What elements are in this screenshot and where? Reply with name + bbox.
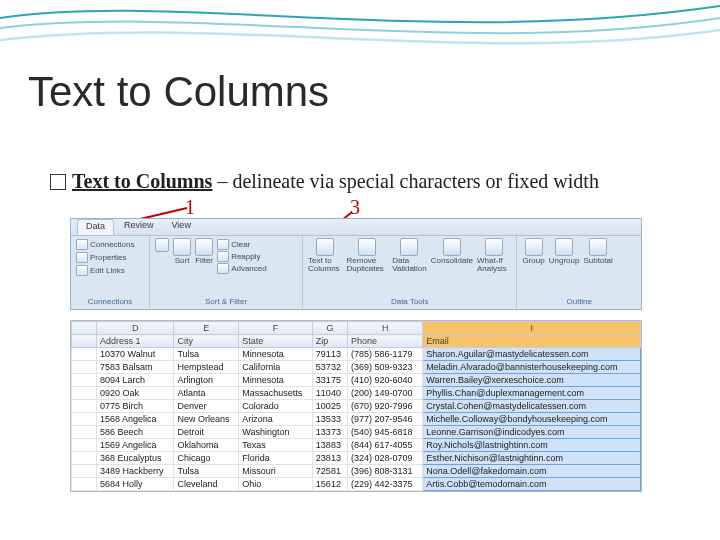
- row-num[interactable]: [72, 374, 97, 387]
- cell[interactable]: (396) 808-3131: [348, 465, 423, 478]
- cell[interactable]: Phyllis.Chan@duplexmanagement.com: [423, 387, 641, 400]
- col-E[interactable]: E: [174, 322, 239, 335]
- cell[interactable]: 13373: [312, 426, 347, 439]
- cell[interactable]: 368 Eucalyptus: [97, 452, 174, 465]
- col-G[interactable]: G: [312, 322, 347, 335]
- cell[interactable]: 13533: [312, 413, 347, 426]
- row-num[interactable]: [72, 348, 97, 361]
- cell[interactable]: Cleveland: [174, 478, 239, 491]
- cell[interactable]: (229) 442-3375: [348, 478, 423, 491]
- cell[interactable]: Sharon.Aguilar@mastydelicatessen.com: [423, 348, 641, 361]
- cell[interactable]: 586 Beech: [97, 426, 174, 439]
- tab-review[interactable]: Review: [116, 219, 162, 235]
- cell[interactable]: (369) 509-9323: [348, 361, 423, 374]
- row-num[interactable]: [72, 465, 97, 478]
- btn-ungroup[interactable]: Ungroup: [549, 238, 580, 265]
- cell[interactable]: Crystal.Cohen@mastydelicatessen.com: [423, 400, 641, 413]
- btn-sort[interactable]: Sort: [173, 238, 191, 265]
- btn-text-to-columns[interactable]: Text to Columns: [308, 238, 342, 273]
- cell[interactable]: 8094 Larch: [97, 374, 174, 387]
- cell[interactable]: Esther.Nichison@lastnightinn.com: [423, 452, 641, 465]
- btn-filter[interactable]: Filter: [195, 238, 213, 265]
- col-H[interactable]: H: [348, 322, 423, 335]
- cell[interactable]: (785) 586-1179: [348, 348, 423, 361]
- btn-remove-duplicates[interactable]: Remove Duplicates: [347, 238, 389, 273]
- cell[interactable]: 3489 Hackberry: [97, 465, 174, 478]
- cell[interactable]: 7583 Balsam: [97, 361, 174, 374]
- cell[interactable]: Texas: [239, 439, 313, 452]
- cell[interactable]: Chicago: [174, 452, 239, 465]
- cell[interactable]: (844) 617-4055: [348, 439, 423, 452]
- btn-subtotal[interactable]: Subtotal: [583, 238, 612, 265]
- cell[interactable]: Hempstead: [174, 361, 239, 374]
- row-num[interactable]: [72, 439, 97, 452]
- hdr-city[interactable]: City: [174, 335, 239, 348]
- cell[interactable]: 13883: [312, 439, 347, 452]
- row-num[interactable]: [72, 400, 97, 413]
- btn-properties[interactable]: Properties: [76, 252, 144, 263]
- row-num[interactable]: [72, 426, 97, 439]
- cell[interactable]: 33175: [312, 374, 347, 387]
- cell[interactable]: (670) 920-7996: [348, 400, 423, 413]
- cell[interactable]: Washington: [239, 426, 313, 439]
- cell[interactable]: 1569 Angelica: [97, 439, 174, 452]
- cell[interactable]: 5684 Holly: [97, 478, 174, 491]
- cell[interactable]: Arlington: [174, 374, 239, 387]
- tab-data[interactable]: Data: [77, 219, 114, 235]
- cell[interactable]: 79113: [312, 348, 347, 361]
- row-num[interactable]: [72, 478, 97, 491]
- hdr-email[interactable]: Email: [423, 335, 641, 348]
- cell[interactable]: 72581: [312, 465, 347, 478]
- cell[interactable]: 10370 Walnut: [97, 348, 174, 361]
- col-I[interactable]: I: [423, 322, 641, 335]
- cell[interactable]: 10025: [312, 400, 347, 413]
- row-num[interactable]: [72, 387, 97, 400]
- cell[interactable]: 53732: [312, 361, 347, 374]
- hdr-state[interactable]: State: [239, 335, 313, 348]
- row-num[interactable]: [72, 335, 97, 348]
- col-D[interactable]: D: [97, 322, 174, 335]
- cell[interactable]: Atlanta: [174, 387, 239, 400]
- row-num[interactable]: [72, 361, 97, 374]
- btn-consolidate[interactable]: Consolidate: [431, 238, 473, 265]
- cell[interactable]: (410) 920-6040: [348, 374, 423, 387]
- cell[interactable]: Ohio: [239, 478, 313, 491]
- tab-view[interactable]: View: [164, 219, 199, 235]
- cell[interactable]: Michelle.Colloway@bondyhousekeeping.com: [423, 413, 641, 426]
- col-F[interactable]: F: [239, 322, 313, 335]
- cell[interactable]: Nona.Odell@fakedomain.com: [423, 465, 641, 478]
- btn-whatif[interactable]: What-If Analysis: [477, 238, 511, 273]
- cell[interactable]: Massachusetts: [239, 387, 313, 400]
- cell[interactable]: (977) 207-9546: [348, 413, 423, 426]
- corner-cell[interactable]: [72, 322, 97, 335]
- cell[interactable]: Meladin.Alvarado@bannisterhousekeeping.c…: [423, 361, 641, 374]
- row-num[interactable]: [72, 452, 97, 465]
- cell[interactable]: (324) 028-0709: [348, 452, 423, 465]
- cell[interactable]: Detroit: [174, 426, 239, 439]
- row-num[interactable]: [72, 413, 97, 426]
- hdr-zip[interactable]: Zip: [312, 335, 347, 348]
- btn-sort-az[interactable]: [155, 238, 169, 252]
- btn-group[interactable]: Group: [522, 238, 544, 265]
- btn-clear[interactable]: Clear: [217, 239, 267, 250]
- cell[interactable]: Florida: [239, 452, 313, 465]
- btn-advanced[interactable]: Advanced: [217, 263, 267, 274]
- cell[interactable]: Minnesota: [239, 348, 313, 361]
- cell[interactable]: 1568 Angelica: [97, 413, 174, 426]
- cell[interactable]: Tulsa: [174, 465, 239, 478]
- btn-reapply[interactable]: Reapply: [217, 251, 267, 262]
- cell[interactable]: Roy.Nichols@lastnightinn.com: [423, 439, 641, 452]
- btn-edit-links[interactable]: Edit Links: [76, 265, 144, 276]
- cell[interactable]: Tulsa: [174, 348, 239, 361]
- cell[interactable]: Denver: [174, 400, 239, 413]
- cell[interactable]: Artis.Cobb@temodomain.com: [423, 478, 641, 491]
- cell[interactable]: Colorado: [239, 400, 313, 413]
- cell[interactable]: 11040: [312, 387, 347, 400]
- cell[interactable]: New Orleans: [174, 413, 239, 426]
- btn-data-validation[interactable]: Data Validation: [392, 238, 427, 273]
- cell[interactable]: 15612: [312, 478, 347, 491]
- cell[interactable]: 23813: [312, 452, 347, 465]
- cell[interactable]: Missouri: [239, 465, 313, 478]
- cell[interactable]: Warren.Bailey@xerxeschoice.com: [423, 374, 641, 387]
- cell[interactable]: 0775 Birch: [97, 400, 174, 413]
